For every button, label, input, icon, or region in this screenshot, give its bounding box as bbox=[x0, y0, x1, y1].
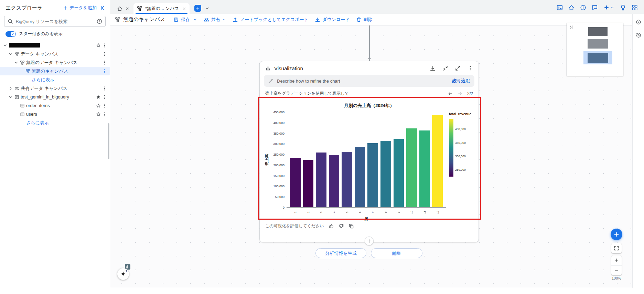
cloud-shell-icon[interactable] bbox=[557, 4, 563, 11]
bar-month-9[interactable] bbox=[394, 139, 404, 207]
tree-item-show-more-tables[interactable]: さらに表示 bbox=[0, 118, 110, 127]
bar-month-11[interactable] bbox=[419, 130, 430, 207]
star-icon[interactable] bbox=[96, 43, 101, 48]
tree-item-show-more-canvases[interactable]: さらに表示 bbox=[0, 75, 110, 84]
zoom-out-button[interactable] bbox=[611, 265, 622, 276]
tab-list-chevron-icon[interactable] bbox=[205, 6, 210, 11]
bar-month-12[interactable] bbox=[432, 115, 443, 207]
fit-to-screen-button[interactable] bbox=[611, 243, 622, 253]
show-more-link[interactable]: さらに表示 bbox=[32, 77, 54, 83]
lightbulb-icon[interactable] bbox=[620, 4, 626, 11]
cloud-home-icon[interactable] bbox=[568, 4, 575, 11]
close-tab-icon[interactable] bbox=[125, 7, 129, 11]
tree-item-project[interactable] bbox=[0, 41, 110, 50]
bar-month-5[interactable] bbox=[342, 152, 352, 207]
bar-month-7[interactable] bbox=[367, 143, 378, 207]
data-canvas-workspace[interactable]: Visualization 絞り込む 売上高をグラデーションを使用して表示して bbox=[110, 25, 644, 294]
collapse-sidebar-icon[interactable] bbox=[100, 5, 106, 11]
save-options-chevron-icon[interactable] bbox=[193, 17, 197, 22]
kebab-menu-icon[interactable] bbox=[102, 43, 107, 48]
tab-untitled-canvas[interactable]: *無題の... ンバス bbox=[133, 3, 190, 14]
generate-insights-button[interactable]: 分析情報を生成 bbox=[315, 248, 366, 258]
search-input[interactable] bbox=[16, 19, 94, 24]
share-button[interactable]: 共有 bbox=[204, 17, 226, 23]
bar-month-8[interactable] bbox=[380, 141, 391, 207]
tree-item-dataset-test-gemini-in-bigquery[interactable]: test_gemini_in_bigquery bbox=[0, 93, 110, 101]
open-panel-icon[interactable] bbox=[569, 25, 573, 30]
help-icon[interactable]: ? bbox=[97, 19, 102, 24]
previous-prompt-icon[interactable] bbox=[448, 91, 453, 96]
star-icon[interactable] bbox=[96, 95, 101, 99]
zoom-in-button[interactable] bbox=[611, 255, 622, 265]
tree-item-untitled-data-canvas[interactable]: 無題のデータ キャンバス bbox=[0, 58, 110, 67]
next-prompt-icon[interactable] bbox=[458, 91, 462, 96]
kebab-menu-icon[interactable] bbox=[102, 60, 107, 65]
refine-chart-bar[interactable]: 絞り込む bbox=[264, 75, 474, 87]
thumb-up-icon[interactable] bbox=[329, 223, 334, 229]
star-icon[interactable] bbox=[96, 103, 101, 108]
y-tick-label: 350,000 bbox=[273, 132, 285, 135]
chevron-down-icon[interactable] bbox=[8, 95, 13, 99]
chevron-right-icon[interactable] bbox=[8, 86, 13, 91]
tree-item-shared-data-canvas[interactable]: 共有データ キャンバス bbox=[0, 84, 110, 93]
add-cell-button[interactable] bbox=[365, 237, 374, 245]
tree-item-untitled-canvas[interactable]: 無題のキャンバス bbox=[0, 67, 110, 75]
starred-only-toggle[interactable]: ✓ bbox=[6, 31, 16, 37]
minimap-viewport[interactable] bbox=[588, 53, 608, 63]
info-icon[interactable] bbox=[580, 4, 586, 11]
refine-button[interactable]: 絞り込む bbox=[452, 78, 470, 84]
rating-text: この可視化を評価してください bbox=[265, 223, 324, 229]
history-panel-icon[interactable] bbox=[636, 32, 641, 38]
thumb-down-icon[interactable] bbox=[339, 223, 344, 229]
chevron-down-icon[interactable] bbox=[8, 52, 13, 56]
download-button[interactable]: ダウンロード bbox=[315, 17, 350, 23]
gemini-menu[interactable] bbox=[603, 4, 614, 11]
close-tab-icon[interactable] bbox=[182, 7, 186, 11]
save-button[interactable]: 保存 bbox=[173, 17, 190, 23]
apps-grid-icon[interactable] bbox=[632, 4, 638, 11]
kebab-menu-icon[interactable] bbox=[102, 86, 107, 91]
bar-month-10[interactable] bbox=[406, 128, 417, 207]
bar-month-3[interactable] bbox=[316, 153, 326, 207]
show-more-link[interactable]: さらに表示 bbox=[26, 120, 49, 126]
explorer-tree: データ キャンバス無題のデータ キャンバス無題のキャンバスさらに表示共有データ … bbox=[0, 41, 110, 294]
kebab-menu-icon[interactable] bbox=[102, 69, 107, 74]
tree-item-table-order-items[interactable]: order_items bbox=[0, 101, 110, 110]
chevron-down-icon[interactable] bbox=[14, 60, 19, 65]
delete-button[interactable]: 削除 bbox=[356, 17, 373, 23]
collapse-card-icon[interactable] bbox=[443, 65, 448, 71]
copy-icon[interactable] bbox=[348, 223, 354, 229]
tree-item-data-canvas[interactable]: データ キャンバス bbox=[0, 50, 110, 58]
bar-month-2[interactable] bbox=[303, 160, 314, 207]
bar-month-1[interactable] bbox=[290, 158, 301, 207]
star-icon[interactable] bbox=[96, 112, 101, 117]
chevron-down-icon[interactable] bbox=[3, 43, 8, 48]
bar-month-4[interactable] bbox=[329, 155, 340, 207]
edit-button[interactable]: 編集 bbox=[371, 248, 422, 258]
kebab-menu-icon[interactable] bbox=[102, 52, 107, 56]
download-chart-icon[interactable] bbox=[430, 65, 436, 71]
add-data-button[interactable]: データを追加 bbox=[63, 5, 97, 11]
tab-home[interactable] bbox=[114, 3, 133, 14]
info-panel-icon[interactable] bbox=[636, 19, 641, 25]
kebab-menu-icon[interactable] bbox=[102, 103, 107, 108]
resource-search-box[interactable]: ? bbox=[4, 16, 106, 27]
save-icon bbox=[173, 17, 179, 22]
status-footer bbox=[0, 288, 644, 294]
new-tab-button[interactable] bbox=[194, 5, 201, 12]
refine-chart-input[interactable] bbox=[277, 78, 449, 84]
card-kebab-icon[interactable] bbox=[468, 65, 473, 71]
people-icon bbox=[204, 17, 209, 22]
kebab-menu-icon[interactable] bbox=[102, 112, 107, 117]
export-notebook-button[interactable]: ノートブックとしてエクスポート bbox=[233, 17, 309, 23]
tree-item-table-users[interactable]: users bbox=[0, 110, 110, 118]
visualization-card[interactable]: Visualization 絞り込む 売上高をグラデーションを使用して表示して bbox=[259, 61, 479, 242]
expand-card-icon[interactable] bbox=[455, 65, 461, 71]
minimap[interactable] bbox=[567, 23, 623, 76]
sidebar-scrollbar[interactable] bbox=[108, 123, 109, 159]
bar-month-6[interactable] bbox=[355, 147, 365, 207]
add-node-fab[interactable] bbox=[611, 229, 622, 240]
gemini-assist-button[interactable]: + bbox=[117, 268, 129, 280]
feedback-icon[interactable] bbox=[592, 4, 598, 11]
kebab-menu-icon[interactable] bbox=[102, 95, 107, 99]
